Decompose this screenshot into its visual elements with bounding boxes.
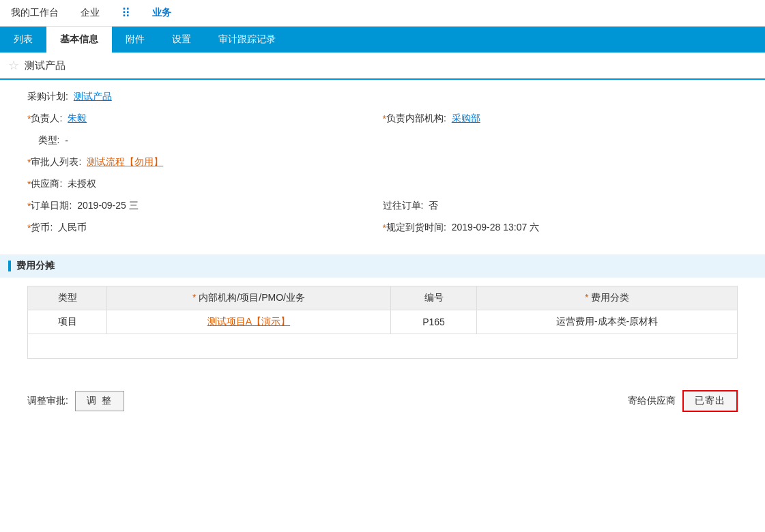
sent-button[interactable]: 已寄出 (682, 390, 738, 412)
cell-org-project: 测试项目A【演示】 (107, 310, 391, 334)
delivery-time-value: 2019-09-28 13:07 六 (452, 222, 539, 234)
col-header-org: * 内部机构/项目/PMO/业务 (107, 286, 391, 310)
favorite-icon[interactable]: ☆ (8, 58, 19, 73)
purchase-plan-value[interactable]: 测试产品 (74, 91, 112, 103)
top-navigation: 我的工作台 企业 ⠿ 业务 (0, 0, 765, 27)
responsible-label: 负责人: (31, 113, 65, 125)
tab-audit[interactable]: 审计跟踪记录 (205, 27, 289, 53)
delivery-time-col: * 规定到货时间: 2019-09-28 13:07 六 (383, 222, 738, 234)
form-row-responsible: * 负责人: 朱毅 * 负责内部机构: 采购部 (27, 113, 738, 125)
type-value: - (65, 135, 68, 146)
approver-label: 审批人列表: (31, 156, 84, 168)
page-title: 测试产品 (25, 59, 66, 72)
nav-business[interactable]: 业务 (152, 7, 171, 19)
responsible-org-col: * 负责内部机构: 采购部 (383, 113, 738, 125)
grid-icon: ⠿ (121, 5, 130, 20)
supplier-label: 供应商: (31, 178, 65, 190)
project-link[interactable]: 测试项目A【演示】 (207, 316, 290, 327)
responsible-value[interactable]: 朱毅 (68, 113, 87, 125)
tab-bar: 列表 基本信息 附件 设置 审计跟踪记录 (0, 27, 765, 53)
purchase-plan-label: 采购计划: (27, 91, 71, 103)
supplier-col: * 供应商: 未授权 (27, 178, 738, 190)
cost-table-wrapper: 类型 * 内部机构/项目/PMO/业务 编号 * 费用分类 项目 测试项目A【演… (0, 278, 765, 367)
nav-workbench[interactable]: 我的工作台 (11, 7, 59, 19)
page-title-bar: ☆ 测试产品 (0, 53, 765, 80)
responsible-org-label: 负责内部机构: (386, 113, 449, 125)
table-row: 项目 测试项目A【演示】 P165 运营费用-成本类-原材料 (28, 310, 738, 334)
form-row-purchase-plan: 采购计划: 测试产品 (27, 91, 738, 103)
cell-type: 项目 (28, 310, 107, 334)
form-row-type: 类型: - (27, 134, 738, 147)
form-row-order-date: * 订单日期: 2019-09-25 三 过往订单: 否 (27, 200, 738, 212)
type-label: 类型: (27, 134, 62, 147)
form-row-currency: * 货币: 人民币 * 规定到货时间: 2019-09-28 13:07 六 (27, 222, 738, 234)
bottom-right-actions: 寄给供应商 已寄出 (628, 390, 738, 412)
tab-list[interactable]: 列表 (0, 27, 46, 53)
currency-col: * 货币: 人民币 (27, 222, 383, 234)
cell-cost-category: 运营费用-成本类-原材料 (477, 310, 738, 334)
type-col: 类型: - (27, 134, 738, 147)
past-order-label: 过往订单: (383, 200, 427, 212)
col-header-type: 类型 (28, 286, 107, 310)
purchase-plan-col: 采购计划: 测试产品 (27, 91, 738, 103)
section-bar-icon (8, 261, 11, 271)
table-empty-row (28, 334, 738, 359)
bottom-left-actions: 调整审批: 调 整 (27, 391, 124, 411)
bottom-action-bar: 调整审批: 调 整 寄给供应商 已寄出 (0, 381, 765, 422)
cell-number: P165 (390, 310, 476, 334)
approver-col: * 审批人列表: 测试流程【勿用】 (27, 156, 738, 168)
responsible-org-value[interactable]: 采购部 (452, 113, 480, 125)
order-date-label: 订单日期: (31, 200, 74, 212)
currency-label: 货币: (31, 222, 55, 234)
tab-attachment[interactable]: 附件 (112, 27, 158, 53)
form-row-approver: * 审批人列表: 测试流程【勿用】 (27, 156, 738, 168)
order-date-value: 2019-09-25 三 (77, 200, 139, 212)
cost-section-title: 费用分摊 (16, 260, 55, 272)
past-order-value: 否 (429, 200, 438, 212)
col-header-number: 编号 (390, 286, 476, 310)
tab-basic-info[interactable]: 基本信息 (46, 27, 112, 53)
adjust-label: 调整审批: (27, 395, 68, 407)
nav-enterprise[interactable]: 企业 (81, 7, 100, 19)
approver-value[interactable]: 测试流程【勿用】 (87, 156, 163, 168)
table-header-row: 类型 * 内部机构/项目/PMO/业务 编号 * 费用分类 (28, 286, 738, 310)
cost-section-header: 费用分摊 (0, 254, 765, 278)
currency-value: 人民币 (58, 222, 87, 234)
form-section: 采购计划: 测试产品 * 负责人: 朱毅 * 负责内部机构: 采购部 类型: -… (0, 80, 765, 254)
adjust-button[interactable]: 调 整 (75, 391, 124, 411)
delivery-time-label: 规定到货时间: (386, 222, 449, 234)
responsible-col: * 负责人: 朱毅 (27, 113, 383, 125)
order-date-col: * 订单日期: 2019-09-25 三 (27, 200, 383, 212)
past-order-col: 过往订单: 否 (383, 200, 738, 212)
form-row-supplier: * 供应商: 未授权 (27, 178, 738, 190)
cost-table: 类型 * 内部机构/项目/PMO/业务 编号 * 费用分类 项目 测试项目A【演… (27, 286, 738, 359)
col-header-cost-category: * 费用分类 (477, 286, 738, 310)
tab-settings[interactable]: 设置 (158, 27, 205, 53)
send-label: 寄给供应商 (628, 395, 676, 407)
supplier-value: 未授权 (68, 178, 96, 190)
